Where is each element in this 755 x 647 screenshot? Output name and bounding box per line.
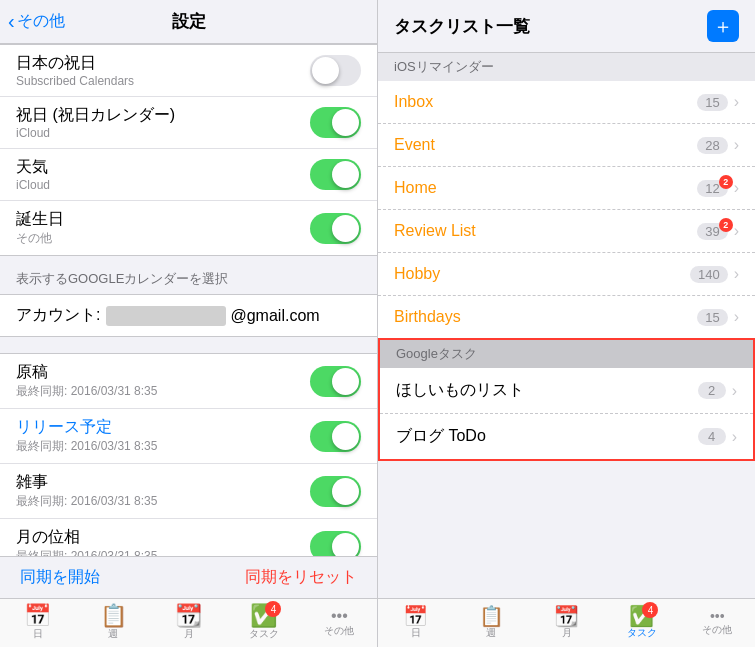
rt-tab-day[interactable]: 📅 日 — [378, 606, 453, 640]
row-title: 雑事 — [16, 472, 157, 493]
row-label: リリース予定 最終同期: 2016/03/31 8:35 — [16, 417, 157, 455]
toggle-knob — [332, 368, 359, 395]
list-item-text: ほしいものリスト — [396, 380, 524, 401]
toggle-knob — [332, 533, 359, 557]
subscribed-calendars-group: 日本の祝日 Subscribed Calendars 祝日 (祝日カレンダー) … — [0, 44, 377, 256]
tab-other[interactable]: ••• その他 — [302, 608, 377, 638]
count-badge: 28 — [697, 137, 727, 154]
row-label: 日本の祝日 Subscribed Calendars — [16, 53, 134, 88]
toggle-tsuki[interactable] — [310, 531, 361, 557]
chevron-right-icon: › — [734, 93, 739, 111]
list-item-event[interactable]: Event 28 › — [378, 124, 755, 167]
sync-reset-button[interactable]: 同期をリセット — [245, 567, 357, 588]
add-list-button[interactable]: ＋ — [707, 10, 739, 42]
tab-day-label: 日 — [33, 627, 43, 641]
count-badge-wrap: 39 2 — [697, 223, 727, 240]
tab-week-label: 週 — [108, 627, 118, 641]
row-label: 祝日 (祝日カレンダー) iCloud — [16, 105, 175, 140]
account-row: アカウント: @gmail.com — [16, 305, 361, 326]
left-panel: ‹ その他 設定 日本の祝日 Subscribed Calendars 祝日 (… — [0, 0, 378, 647]
toggle-genkou[interactable] — [310, 366, 361, 397]
toggle-release[interactable] — [310, 421, 361, 452]
list-item-review[interactable]: Review List 39 2 › — [378, 210, 755, 253]
back-button[interactable]: ‹ その他 — [8, 10, 65, 33]
list-item-inbox[interactable]: Inbox 15 › — [378, 81, 755, 124]
settings-row-tsuki: 月の位相 最終同期: 2016/03/31 8:35 — [0, 519, 377, 556]
tab-month[interactable]: 📆 月 — [151, 605, 226, 641]
tab-day[interactable]: 📅 日 — [0, 605, 75, 641]
account-at: @gmail.com — [230, 307, 319, 325]
rt-tab-tasks[interactable]: ✅ 4 タスク — [604, 606, 679, 640]
rt-tab-week-label: 週 — [486, 626, 496, 640]
tab-tasks[interactable]: ✅ 4 タスク — [226, 605, 301, 641]
rt-tab-month-label: 月 — [562, 626, 572, 640]
list-item-right: 2 › — [698, 382, 737, 400]
red-dot-badge: 2 — [719, 175, 733, 189]
list-item-text: Birthdays — [394, 308, 461, 326]
row-subtitle: iCloud — [16, 178, 50, 192]
count-badge: 4 — [698, 428, 726, 445]
settings-row-genkou: 原稿 最終同期: 2016/03/31 8:35 — [0, 354, 377, 409]
row-title: 祝日 (祝日カレンダー) — [16, 105, 175, 126]
list-item-hobby[interactable]: Hobby 140 › — [378, 253, 755, 296]
toggle-knob — [332, 109, 359, 136]
left-content: 日本の祝日 Subscribed Calendars 祝日 (祝日カレンダー) … — [0, 44, 377, 556]
rt-tab-day-label: 日 — [411, 626, 421, 640]
calendar-month-icon: 📆 — [175, 605, 202, 627]
toggle-tenki[interactable] — [310, 159, 361, 190]
list-item-text: Home — [394, 179, 437, 197]
count-badge: 2 — [698, 382, 726, 399]
account-value — [106, 306, 226, 326]
row-title: 天気 — [16, 157, 50, 178]
row-subtitle: 最終同期: 2016/03/31 8:35 — [16, 438, 157, 455]
list-item-right: 4 › — [698, 428, 737, 446]
toggle-tanjobi[interactable] — [310, 213, 361, 244]
google-section-header: Googleタスク — [380, 340, 753, 368]
left-bottom-bar: 同期を開始 同期をリセット — [0, 556, 377, 598]
list-item-text: Event — [394, 136, 435, 154]
google-list: ほしいものリスト 2 › ブログ ToDo 4 › — [380, 368, 753, 459]
toggle-knob — [332, 423, 359, 450]
right-tab-bar: 📅 日 📋 週 📆 月 ✅ 4 タスク ••• その他 — [378, 598, 755, 647]
toggle-knob — [332, 478, 359, 505]
list-item-hoshii[interactable]: ほしいものリスト 2 › — [380, 368, 753, 414]
more-icon: ••• — [331, 608, 348, 624]
list-item-birthdays[interactable]: Birthdays 15 › — [378, 296, 755, 338]
list-item-right: 12 2 › — [697, 179, 739, 197]
list-item-blog[interactable]: ブログ ToDo 4 › — [380, 414, 753, 459]
row-subtitle: 最終同期: 2016/03/31 8:35 — [16, 493, 157, 510]
chevron-right-icon: › — [734, 308, 739, 326]
row-title: リリース予定 — [16, 417, 157, 438]
chevron-left-icon: ‹ — [8, 10, 15, 33]
list-item-home[interactable]: Home 12 2 › — [378, 167, 755, 210]
sync-start-button[interactable]: 同期を開始 — [20, 567, 100, 588]
tab-tasks-label: タスク — [249, 627, 279, 641]
tab-week[interactable]: 📋 週 — [75, 605, 150, 641]
rt-tasks-badge: 4 — [642, 602, 658, 618]
rt-tab-month[interactable]: 📆 月 — [529, 606, 604, 640]
account-section: アカウント: @gmail.com — [0, 294, 377, 337]
chevron-right-icon: › — [734, 136, 739, 154]
rt-tab-week[interactable]: 📋 週 — [453, 606, 528, 640]
row-title: 日本の祝日 — [16, 53, 134, 74]
chevron-right-icon: › — [732, 428, 737, 446]
rt-more-icon: ••• — [710, 609, 725, 623]
row-subtitle: 最終同期: 2016/03/31 8:35 — [16, 383, 157, 400]
chevron-right-icon: › — [734, 265, 739, 283]
toggle-shukujitsu[interactable] — [310, 107, 361, 138]
toggle-nihon[interactable] — [310, 55, 361, 86]
list-item-text: Review List — [394, 222, 476, 240]
list-item-right: 15 › — [697, 308, 739, 326]
page-title: 設定 — [172, 10, 206, 33]
row-label: 天気 iCloud — [16, 157, 50, 192]
toggle-knob — [332, 161, 359, 188]
settings-row-tanjobi: 誕生日 その他 — [0, 201, 377, 255]
rt-tab-other[interactable]: ••• その他 — [680, 609, 755, 637]
chevron-right-icon: › — [732, 382, 737, 400]
toggle-zatsuji[interactable] — [310, 476, 361, 507]
right-page-title: タスクリスト一覧 — [394, 15, 530, 38]
settings-row-shukujitsu: 祝日 (祝日カレンダー) iCloud — [0, 97, 377, 149]
red-dot-badge: 2 — [719, 218, 733, 232]
add-icon: ＋ — [713, 16, 733, 36]
list-item-right: 39 2 › — [697, 222, 739, 240]
